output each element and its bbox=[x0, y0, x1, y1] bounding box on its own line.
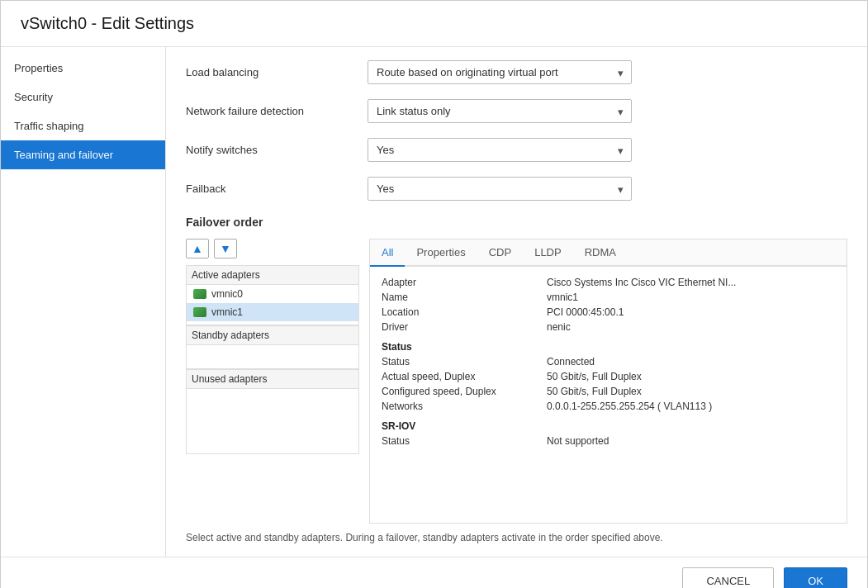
sidebar-item-security[interactable]: Security bbox=[1, 83, 165, 111]
sidebar: Properties Security Traffic shaping Team… bbox=[1, 47, 166, 557]
network-failure-detection-select-wrapper: Link status only bbox=[368, 99, 632, 123]
active-adapters-list: vmnic0 vmnic1 bbox=[186, 284, 359, 325]
sr-iov-section-title: SR-IOV bbox=[382, 420, 835, 432]
failback-label: Failback bbox=[186, 183, 368, 195]
standby-adapters-list bbox=[186, 344, 359, 369]
detail-networks-value: 0.0.0.1-255.255.255.254 ( VLAN113 ) bbox=[547, 401, 712, 412]
failover-right-panel: All Properties CDP LLDP RDMA Adapter Cis… bbox=[369, 239, 847, 524]
load-balancing-select-wrapper: Route based on originating virtual port bbox=[368, 60, 632, 84]
detail-actual-speed-row: Actual speed, Duplex 50 Gbit/s, Full Dup… bbox=[382, 371, 835, 382]
sidebar-item-traffic-shaping[interactable]: Traffic shaping bbox=[1, 111, 165, 140]
detail-location-value: PCI 0000:45:00.1 bbox=[547, 306, 624, 318]
tab-all[interactable]: All bbox=[370, 239, 405, 267]
detail-adapter-key: Adapter bbox=[382, 277, 547, 288]
detail-configured-speed-row: Configured speed, Duplex 50 Gbit/s, Full… bbox=[382, 386, 835, 397]
tab-rdma[interactable]: RDMA bbox=[573, 239, 628, 267]
adapter-vmnic1-icon bbox=[193, 307, 206, 317]
detail-status-value: Connected bbox=[547, 356, 595, 368]
network-failure-detection-label: Network failure detection bbox=[186, 105, 368, 117]
details-tabs-bar: All Properties CDP LLDP RDMA bbox=[370, 239, 847, 267]
detail-adapter-value: Cisco Systems Inc Cisco VIC Ethernet NI.… bbox=[547, 277, 736, 288]
detail-adapter-row: Adapter Cisco Systems Inc Cisco VIC Ethe… bbox=[382, 277, 835, 288]
detail-name-value: vmnic1 bbox=[547, 292, 578, 303]
failback-select[interactable]: Yes bbox=[368, 177, 632, 201]
dialog-footer: CANCEL OK bbox=[1, 557, 867, 588]
sidebar-item-teaming-failover[interactable]: Teaming and failover bbox=[1, 140, 165, 169]
failover-section: ▲ ▼ Active adapters vmnic0 bbox=[186, 239, 847, 524]
detail-sr-iov-status-row: Status Not supported bbox=[382, 435, 835, 447]
move-up-button[interactable]: ▲ bbox=[186, 239, 209, 258]
status-section-title: Status bbox=[382, 341, 835, 353]
active-adapters-label: Active adapters bbox=[186, 265, 359, 284]
notify-switches-row: Notify switches Yes bbox=[186, 138, 847, 162]
sidebar-item-properties[interactable]: Properties bbox=[1, 54, 165, 83]
detail-sr-iov-status-value: Not supported bbox=[547, 435, 609, 447]
unused-adapters-block: Unused adapters bbox=[186, 369, 359, 454]
arrow-up-icon: ▲ bbox=[192, 242, 203, 255]
tab-properties[interactable]: Properties bbox=[405, 239, 477, 267]
detail-configured-speed-value: 50 Gbit/s, Full Duplex bbox=[547, 386, 642, 397]
detail-networks-key: Networks bbox=[382, 401, 547, 412]
arrow-down-icon: ▼ bbox=[220, 242, 231, 255]
notify-switches-label: Notify switches bbox=[186, 144, 368, 156]
adapter-vmnic0-icon bbox=[193, 289, 206, 299]
move-down-button[interactable]: ▼ bbox=[214, 239, 237, 258]
detail-name-key: Name bbox=[382, 292, 547, 303]
failback-select-wrapper: Yes bbox=[368, 177, 632, 201]
adapter-vmnic1[interactable]: vmnic1 bbox=[187, 303, 358, 321]
tab-cdp[interactable]: CDP bbox=[477, 239, 523, 267]
network-failure-detection-select[interactable]: Link status only bbox=[368, 99, 632, 123]
detail-driver-key: Driver bbox=[382, 321, 547, 333]
ok-button[interactable]: OK bbox=[784, 567, 847, 588]
detail-driver-value: nenic bbox=[547, 321, 571, 333]
detail-name-row: Name vmnic1 bbox=[382, 292, 835, 303]
adapter-vmnic1-label: vmnic1 bbox=[211, 306, 243, 318]
adapter-vmnic0[interactable]: vmnic0 bbox=[187, 285, 358, 303]
detail-location-key: Location bbox=[382, 306, 547, 318]
network-failure-detection-row: Network failure detection Link status on… bbox=[186, 99, 847, 123]
unused-adapters-list bbox=[186, 388, 359, 454]
unused-adapters-label: Unused adapters bbox=[186, 369, 359, 388]
details-panel: Adapter Cisco Systems Inc Cisco VIC Ethe… bbox=[370, 267, 847, 523]
notify-switches-select-wrapper: Yes bbox=[368, 138, 632, 162]
detail-actual-speed-value: 50 Gbit/s, Full Duplex bbox=[547, 371, 642, 382]
standby-adapters-label: Standby adapters bbox=[186, 325, 359, 344]
dialog-body: Properties Security Traffic shaping Team… bbox=[1, 47, 867, 557]
load-balancing-label: Load balancing bbox=[186, 66, 368, 78]
detail-driver-row: Driver nenic bbox=[382, 321, 835, 333]
load-balancing-select[interactable]: Route based on originating virtual port bbox=[368, 60, 632, 84]
notify-switches-select[interactable]: Yes bbox=[368, 138, 632, 162]
failback-row: Failback Yes bbox=[186, 177, 847, 201]
active-adapters-block: Active adapters vmnic0 vmnic1 bbox=[186, 265, 359, 325]
detail-status-key: Status bbox=[382, 356, 547, 368]
detail-location-row: Location PCI 0000:45:00.1 bbox=[382, 306, 835, 318]
detail-configured-speed-key: Configured speed, Duplex bbox=[382, 386, 547, 397]
tab-lldp[interactable]: LLDP bbox=[523, 239, 573, 267]
dialog: vSwitch0 - Edit Settings Properties Secu… bbox=[0, 0, 868, 588]
detail-sr-iov-status-key: Status bbox=[382, 435, 547, 447]
adapter-vmnic0-label: vmnic0 bbox=[211, 288, 243, 300]
standby-adapters-block: Standby adapters bbox=[186, 325, 359, 369]
failover-left-panel: ▲ ▼ Active adapters vmnic0 bbox=[186, 239, 359, 524]
move-buttons: ▲ ▼ bbox=[186, 239, 359, 258]
main-content: Load balancing Route based on originatin… bbox=[166, 47, 867, 557]
cancel-button[interactable]: CANCEL bbox=[682, 567, 774, 588]
failover-order-title: Failover order bbox=[186, 216, 847, 229]
detail-status-row: Status Connected bbox=[382, 356, 835, 368]
detail-networks-row: Networks 0.0.0.1-255.255.255.254 ( VLAN1… bbox=[382, 401, 835, 412]
help-text: Select active and standby adapters. Duri… bbox=[186, 532, 847, 543]
dialog-title: vSwitch0 - Edit Settings bbox=[1, 1, 867, 47]
detail-actual-speed-key: Actual speed, Duplex bbox=[382, 371, 547, 382]
load-balancing-row: Load balancing Route based on originatin… bbox=[186, 60, 847, 84]
